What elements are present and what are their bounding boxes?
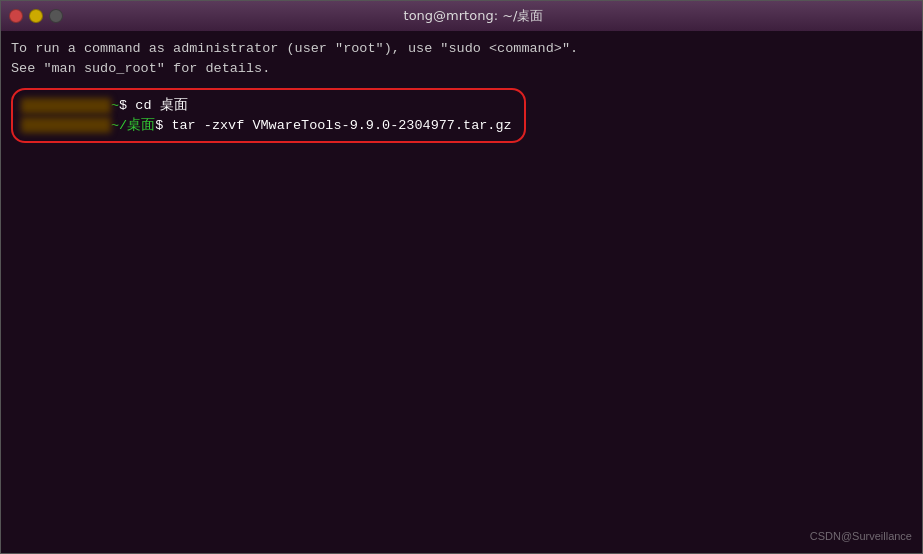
maximize-button[interactable] [49,9,63,23]
window-title: tong@mrtong: ~/桌面 [69,7,878,25]
sudo-notice-line1: To run a command as administrator (user … [11,39,912,59]
terminal-body[interactable]: To run a command as administrator (user … [1,31,922,553]
titlebar: tong@mrtong: ~/桌面 [1,1,922,31]
prompt-symbol-1: $ [119,96,135,116]
prompt-line-2: ~/桌面$ tar -zxvf VMwareTools-9.9.0-230497… [21,116,512,136]
close-button[interactable] [9,9,23,23]
command-1: cd 桌面 [135,96,187,116]
sudo-notice-line2: See "man sudo_root" for details. [11,59,912,79]
prompt-line-1: ~$ cd 桌面 [21,96,512,116]
prompt-path-2: ~/桌面 [111,116,155,136]
blurred-username-2 [21,117,111,133]
minimize-button[interactable] [29,9,43,23]
watermark: CSDN@Surveillance [810,529,912,545]
blurred-username-1 [21,98,111,114]
prompt-tilde-1: ~ [111,96,119,116]
prompt-symbol-2: $ [155,116,171,136]
terminal-window: tong@mrtong: ~/桌面 To run a command as ad… [0,0,923,554]
command-2: tar -zxvf VMwareTools-9.9.0-2304977.tar.… [171,116,511,136]
